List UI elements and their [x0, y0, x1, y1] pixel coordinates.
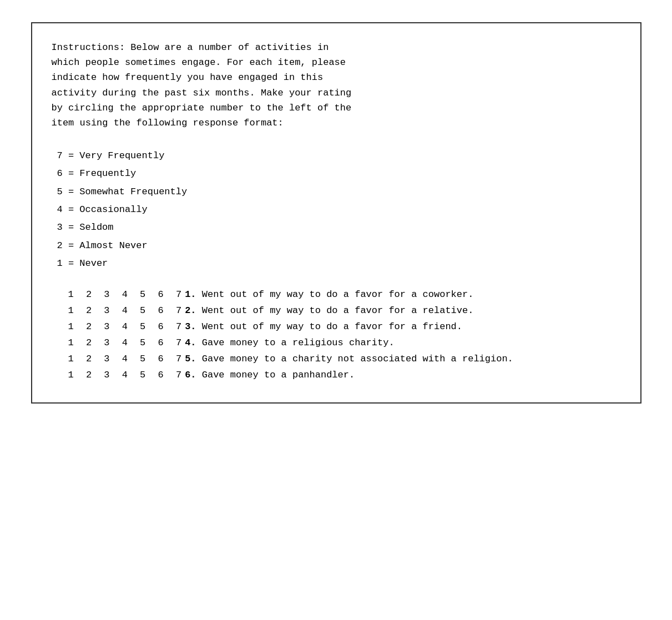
scale-list: 7 = Very Frequently6 = Frequently5 = Som… — [52, 147, 621, 273]
question-text: 5. Gave money to a charity not associate… — [185, 354, 620, 364]
question-text: 2. Went out of my way to do a favor for … — [185, 305, 620, 316]
page-container: Instructions: Below are a number of acti… — [0, 0, 672, 620]
scale-item: 4 = Occasionally — [57, 201, 621, 219]
rating-numbers: 1 2 3 4 5 6 7 — [68, 354, 185, 364]
question-text: 3. Went out of my way to do a favor for … — [185, 321, 620, 332]
scale-item: 1 = Never — [57, 255, 621, 273]
question-row: 1 2 3 4 5 6 75. Gave money to a charity … — [52, 354, 621, 364]
question-row: 1 2 3 4 5 6 73. Went out of my way to do… — [52, 321, 621, 332]
survey-box: Instructions: Below are a number of acti… — [31, 22, 641, 404]
question-row: 1 2 3 4 5 6 72. Went out of my way to do… — [52, 305, 621, 316]
questions-section: 1 2 3 4 5 6 71. Went out of my way to do… — [52, 289, 621, 380]
scale-item: 5 = Somewhat Frequently — [57, 183, 621, 201]
scale-item: 7 = Very Frequently — [57, 147, 621, 165]
question-text: 4. Gave money to a religious charity. — [185, 337, 620, 348]
rating-numbers: 1 2 3 4 5 6 7 — [68, 337, 185, 348]
rating-numbers: 1 2 3 4 5 6 7 — [68, 305, 185, 316]
question-text: 6. Gave money to a panhandler. — [185, 370, 620, 380]
rating-numbers: 1 2 3 4 5 6 7 — [68, 321, 185, 332]
rating-numbers: 1 2 3 4 5 6 7 — [68, 289, 185, 300]
instructions-text: Instructions: Below are a number of acti… — [52, 42, 352, 128]
scale-item: 6 = Frequently — [57, 165, 621, 183]
rating-numbers: 1 2 3 4 5 6 7 — [68, 370, 185, 380]
question-row: 1 2 3 4 5 6 71. Went out of my way to do… — [52, 289, 621, 300]
question-row: 1 2 3 4 5 6 76. Gave money to a panhandl… — [52, 370, 621, 380]
question-row: 1 2 3 4 5 6 74. Gave money to a religiou… — [52, 337, 621, 348]
question-text: 1. Went out of my way to do a favor for … — [185, 289, 620, 300]
instructions-block: Instructions: Below are a number of acti… — [52, 40, 621, 130]
scale-item: 3 = Seldom — [57, 219, 621, 236]
scale-item: 2 = Almost Never — [57, 237, 621, 255]
